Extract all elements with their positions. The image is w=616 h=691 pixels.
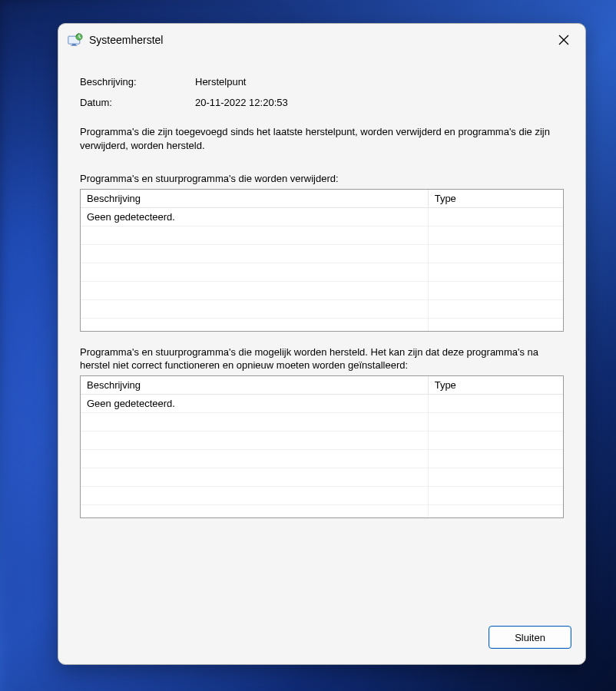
description-label: Beschrijving: <box>80 76 195 88</box>
table-row <box>81 468 563 487</box>
restored-col-description[interactable]: Beschrijving <box>81 376 428 395</box>
titlebar: Systeemherstel <box>58 24 585 56</box>
table-row: Geen gedetecteerd. <box>81 395 563 413</box>
table-row <box>81 487 563 505</box>
table-row <box>81 300 563 319</box>
table-row <box>81 319 563 332</box>
dialog-content: Beschrijving: Herstelpunt Datum: 20-11-2… <box>58 56 585 618</box>
svg-rect-1 <box>72 44 76 45</box>
restored-col-type[interactable]: Type <box>428 376 563 395</box>
description-row: Beschrijving: Herstelpunt <box>80 76 564 88</box>
table-row <box>81 450 563 468</box>
removed-col-type[interactable]: Type <box>428 190 563 208</box>
date-label: Datum: <box>80 97 195 108</box>
date-value: 20-11-2022 12:20:53 <box>195 97 564 108</box>
table-row <box>81 505 563 518</box>
restored-section-label: Programma's en stuurprogramma's die moge… <box>80 346 564 372</box>
table-row <box>81 263 563 282</box>
system-restore-dialog: Systeemherstel Beschrijving: Herstelpunt… <box>58 23 586 665</box>
close-dialog-button[interactable]: Sluiten <box>488 626 571 649</box>
svg-rect-2 <box>71 45 77 46</box>
removed-none-text: Geen gedetecteerd. <box>81 208 428 226</box>
table-row <box>81 413 563 431</box>
date-row: Datum: 20-11-2022 12:20:53 <box>80 97 564 108</box>
table-row <box>81 282 563 300</box>
close-button[interactable] <box>550 28 578 52</box>
table-row <box>81 431 563 450</box>
system-restore-icon <box>68 33 83 47</box>
removed-col-description[interactable]: Beschrijving <box>81 190 428 208</box>
removed-section-label: Programma's en stuurprogramma's die word… <box>80 172 564 186</box>
table-row <box>81 226 563 245</box>
dialog-footer: Sluiten <box>58 618 585 664</box>
restored-none-text: Geen gedetecteerd. <box>81 395 428 413</box>
explanation-text: Programma's die zijn toegevoegd sinds he… <box>80 125 564 152</box>
description-value: Herstelpunt <box>195 76 564 88</box>
restored-table[interactable]: Beschrijving Type Geen gedetecteerd. <box>80 375 564 518</box>
removed-table[interactable]: Beschrijving Type Geen gedetecteerd. <box>80 189 564 332</box>
window-title: Systeemherstel <box>89 34 550 46</box>
close-icon <box>558 35 569 45</box>
table-row <box>81 245 563 263</box>
table-row: Geen gedetecteerd. <box>81 208 563 226</box>
